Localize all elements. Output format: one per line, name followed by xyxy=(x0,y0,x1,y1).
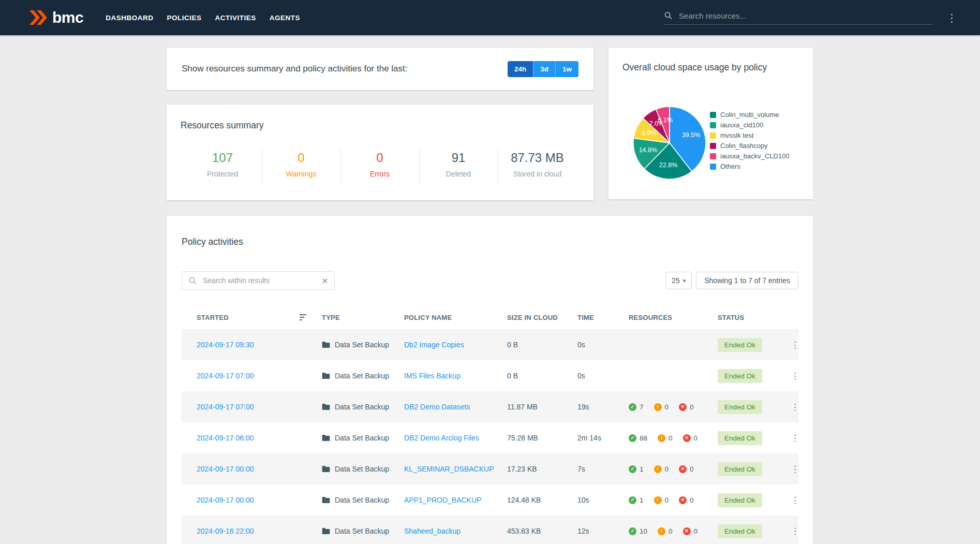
dashboard-content: Show resources summary and policy activi… xyxy=(167,35,813,544)
row-type-label: Data Set Backup xyxy=(335,465,389,473)
row-resources: ✓7 !0 ✕0 xyxy=(629,403,718,411)
resources-warn-count: 0 xyxy=(665,465,669,473)
row-time: 0s xyxy=(577,372,629,380)
resources-summary-title: Resources summary xyxy=(181,120,580,131)
pie-chart: 39.5%22.8%14.8%9.9%7.0%6.1% xyxy=(623,96,716,189)
row-kebab-icon[interactable]: ⋮ xyxy=(786,431,804,445)
row-resources: ✓88 !0 ✕0 xyxy=(629,434,718,442)
nav-item-activities[interactable]: ACTIVITIES xyxy=(208,9,262,27)
row-policy-link[interactable]: IMS Files Backup xyxy=(404,372,461,380)
row-kebab-icon[interactable]: ⋮ xyxy=(786,493,804,507)
row-time: 10s xyxy=(577,496,629,504)
check-circle-icon: ✓ xyxy=(629,465,636,473)
resources-err-count: 0 xyxy=(694,434,698,442)
table-row: 2024-09-17 09:30 Data Set Backup Db2 Ima… xyxy=(182,329,798,360)
col-header-started[interactable]: STARTED xyxy=(182,314,322,321)
policy-activities-title: Policy activities xyxy=(182,237,798,247)
col-header-resources[interactable]: RESOURCES xyxy=(629,314,718,321)
bmc-logo[interactable]: bmc xyxy=(29,10,83,25)
col-header-status[interactable]: STATUS xyxy=(718,314,786,321)
row-time: 0s xyxy=(577,341,629,349)
legend-item: iausxa_cld100 xyxy=(710,121,790,129)
sort-icon[interactable] xyxy=(300,314,308,321)
row-kebab-icon[interactable]: ⋮ xyxy=(786,369,804,383)
row-policy-link[interactable]: Shaheed_backup xyxy=(404,527,461,535)
page-size-dropdown[interactable]: 25 ▾ xyxy=(665,272,692,289)
time-btn-24h[interactable]: 24h xyxy=(508,61,533,77)
check-circle-icon: ✓ xyxy=(629,527,636,535)
nav-item-policies[interactable]: POLICIES xyxy=(160,9,208,27)
row-size: 11.87 MB xyxy=(507,403,577,411)
clear-search-icon[interactable]: ✕ xyxy=(321,277,328,285)
results-search: ✕ xyxy=(182,271,335,290)
row-policy-link[interactable]: APP1_PROD_BACKUP xyxy=(404,496,481,504)
nav-item-dashboard[interactable]: DASHBOARD xyxy=(99,9,160,27)
row-kebab-icon[interactable]: ⋮ xyxy=(786,338,804,352)
legend-label: Colin_multi_volume xyxy=(720,111,779,119)
col-header-type[interactable]: TYPE xyxy=(322,314,404,321)
resource-search-input[interactable] xyxy=(678,11,933,21)
navbar-kebab-icon[interactable]: ⋮ xyxy=(944,12,959,23)
stat-errors: 0 Errors xyxy=(341,149,420,184)
row-policy-link[interactable]: KL_SEMINAR_DSBACKUP xyxy=(404,465,494,473)
error-circle-icon: ✕ xyxy=(683,527,691,535)
nav-item-agents[interactable]: AGENTS xyxy=(263,9,307,27)
row-size: 17.23 KB xyxy=(507,465,577,473)
time-btn-3d[interactable]: 3d xyxy=(533,61,555,77)
resources-ok: ✓1 xyxy=(629,496,644,504)
stat-label: Stored in cloud xyxy=(498,170,577,178)
row-policy-link[interactable]: DB2 Demo Datasets xyxy=(404,403,470,411)
legend-item: Others xyxy=(710,163,790,170)
row-type: Data Set Backup xyxy=(322,465,404,473)
row-policy-link[interactable]: DB2 Demo Arclog Files xyxy=(404,434,479,442)
legend-label: Colin_flashcopy xyxy=(720,142,768,150)
row-type-label: Data Set Backup xyxy=(335,341,389,349)
row-started-link[interactable]: 2024-09-17 06:00 xyxy=(197,434,254,442)
brand-text: bmc xyxy=(52,10,83,25)
table-row: 2024-09-16 22:00 Data Set Backup Shaheed… xyxy=(182,516,798,544)
results-search-input[interactable] xyxy=(202,276,317,285)
row-started-link[interactable]: 2024-09-17 07:00 xyxy=(197,372,254,380)
time-filter-label: Show resources summary and policy activi… xyxy=(182,64,408,74)
resources-err-count: 0 xyxy=(690,465,694,473)
resources-err-count: 0 xyxy=(690,403,694,411)
status-badge: Ended Ok xyxy=(718,400,762,414)
row-type-label: Data Set Backup xyxy=(335,434,389,442)
error-circle-icon: ✕ xyxy=(679,496,687,504)
row-started-link[interactable]: 2024-09-17 00:00 xyxy=(197,465,254,473)
stat-value: 107 xyxy=(184,151,262,166)
row-started-link[interactable]: 2024-09-17 07:00 xyxy=(197,403,254,411)
cloud-usage-card: Overall cloud space usage by policy 39.5… xyxy=(608,48,813,199)
col-header-policy-name[interactable]: POLICY NAME xyxy=(404,314,507,321)
legend-swatch xyxy=(710,153,716,159)
table-header: STARTED TYPE POLICY NAME SIZE IN CLOUD T… xyxy=(182,305,798,329)
row-size: 0 B xyxy=(507,341,577,349)
table-row: 2024-09-17 00:00 Data Set Backup APP1_PR… xyxy=(182,484,798,516)
row-started-link[interactable]: 2024-09-16 22:00 xyxy=(197,527,254,535)
resources-summary-card: Resources summary 107 Protected 0 Warnin… xyxy=(167,105,593,200)
col-header-size[interactable]: SIZE IN CLOUD xyxy=(507,314,577,321)
row-size: 453.83 KB xyxy=(507,527,577,535)
row-policy-link[interactable]: Db2 Image Copies xyxy=(404,341,464,349)
row-kebab-icon[interactable]: ⋮ xyxy=(786,524,804,538)
table-right-controls: 25 ▾ Showing 1 to 7 of 7 entries xyxy=(665,272,798,289)
row-size: 75.28 MB xyxy=(507,434,577,442)
time-btn-1w[interactable]: 1w xyxy=(555,61,578,77)
resources-err: ✕0 xyxy=(683,434,698,442)
stat-value: 87.73 MB xyxy=(498,151,577,166)
status-badge: Ended Ok xyxy=(718,431,762,445)
resources-ok-count: 1 xyxy=(640,465,644,473)
legend-item: Colin_multi_volume xyxy=(710,111,790,119)
legend-label: iausxa_cld100 xyxy=(720,121,763,129)
col-header-time[interactable]: TIME xyxy=(577,314,629,321)
resources-ok-count: 88 xyxy=(640,434,647,442)
pie-slice-label: 22.8% xyxy=(659,161,677,169)
search-icon xyxy=(188,276,197,285)
row-kebab-icon[interactable]: ⋮ xyxy=(786,400,804,414)
col-header-label: STARTED xyxy=(197,314,229,321)
folder-icon xyxy=(322,465,330,473)
legend-swatch xyxy=(710,164,716,170)
row-kebab-icon[interactable]: ⋮ xyxy=(786,462,804,476)
row-started-link[interactable]: 2024-09-17 00:00 xyxy=(197,496,254,504)
row-started-link[interactable]: 2024-09-17 09:30 xyxy=(197,341,254,349)
